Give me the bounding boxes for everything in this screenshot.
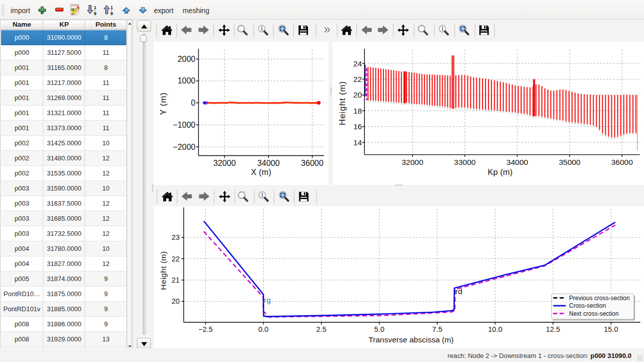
svg-text:33000: 33000	[454, 158, 475, 166]
svg-text:36000: 36000	[301, 159, 324, 167]
svg-text:9: 9	[111, 11, 113, 16]
svg-text:18: 18	[353, 107, 362, 115]
svg-text:32000: 32000	[213, 159, 236, 167]
svg-text:Height (m): Height (m)	[338, 81, 347, 125]
svg-text:1: 1	[94, 5, 97, 10]
svg-text:10.0: 10.0	[488, 325, 502, 333]
svg-text:20: 20	[353, 90, 362, 99]
svg-text:21: 21	[172, 276, 180, 284]
svg-text:24: 24	[353, 59, 362, 68]
svg-text:16: 16	[353, 122, 362, 131]
svg-text:36000: 36000	[611, 158, 633, 166]
svg-text:−2.5: −2.5	[198, 325, 213, 333]
svg-text:32000: 32000	[401, 158, 423, 166]
svg-text:0.0: 0.0	[259, 325, 269, 333]
svg-text:23: 23	[172, 233, 180, 241]
svg-text:7.5: 7.5	[432, 325, 442, 333]
svg-text:0: 0	[191, 99, 196, 107]
svg-text:X (m): X (m)	[251, 167, 271, 176]
svg-text:5.0: 5.0	[374, 325, 384, 333]
svg-text:−1000: −1000	[173, 121, 196, 129]
svg-text:Cross-section: Cross-section	[569, 302, 606, 309]
svg-text:Transverse abscissa (m): Transverse abscissa (m)	[368, 335, 453, 344]
svg-text:Next cross-section: Next cross-section	[569, 310, 619, 317]
svg-text:Kp (m): Kp (m)	[488, 167, 513, 176]
svg-text:2.5: 2.5	[316, 325, 327, 333]
svg-text:12.5: 12.5	[546, 325, 560, 333]
svg-text:1: 1	[111, 5, 113, 10]
svg-text:14: 14	[353, 138, 362, 147]
svg-text:20: 20	[172, 297, 180, 305]
svg-text:Previous cross-section: Previous cross-section	[569, 295, 630, 302]
svg-text:rg: rg	[264, 296, 271, 304]
svg-text:34000: 34000	[507, 158, 528, 166]
svg-text:−2000: −2000	[173, 143, 196, 151]
svg-text:Height (m): Height (m)	[159, 251, 168, 290]
svg-text:35000: 35000	[559, 158, 581, 166]
svg-text:rd: rd	[455, 287, 462, 296]
svg-text:1000: 1000	[178, 76, 196, 85]
svg-text:22: 22	[172, 255, 180, 263]
svg-text:22: 22	[353, 75, 362, 83]
svg-text:15.0: 15.0	[604, 325, 618, 333]
svg-text:34000: 34000	[257, 159, 280, 167]
svg-text:2000: 2000	[178, 55, 196, 63]
svg-text:9: 9	[94, 11, 97, 16]
svg-text:Y (m): Y (m)	[158, 92, 168, 115]
